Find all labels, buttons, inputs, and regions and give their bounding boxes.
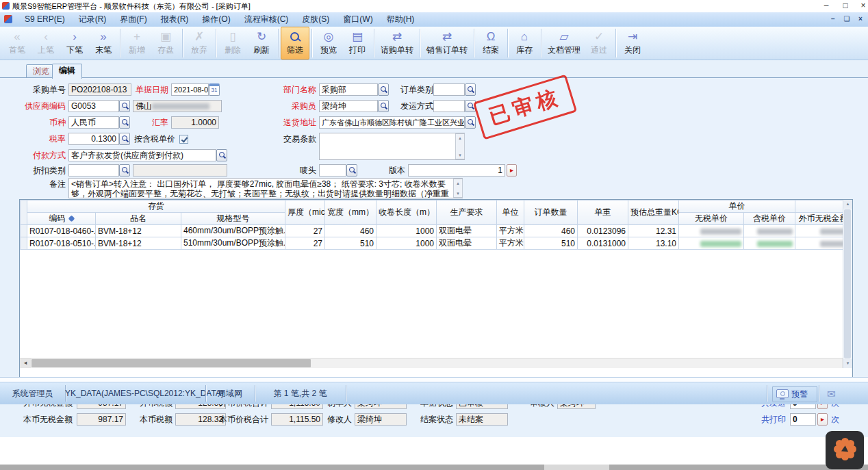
cell-spec[interactable]: 510mm/30um/BOPP预涂触... (181, 237, 285, 250)
cell-width[interactable]: 460 (325, 225, 376, 237)
currency-lookup-button[interactable] (119, 116, 130, 129)
cell-width[interactable]: 510 (325, 237, 376, 250)
cell-price-incl[interactable] (744, 237, 795, 250)
envelope-icon[interactable]: ✉ (827, 388, 836, 400)
currency-field[interactable]: 人民币 (68, 116, 119, 129)
cell-eweight[interactable]: 13.10 (628, 237, 679, 250)
menu-item-1[interactable]: 记录(R) (72, 12, 114, 27)
cell-uweight[interactable]: 0.0123096 (578, 225, 628, 237)
cell-thickness[interactable]: 27 (285, 237, 325, 250)
buyer-lookup-button[interactable] (378, 100, 389, 112)
close-button[interactable]: × (856, 0, 868, 12)
vertical-scroll-thumb[interactable] (844, 209, 851, 358)
tax-included-checkbox[interactable] (179, 135, 188, 144)
scroll-down-icon[interactable]: ▾ (843, 359, 852, 368)
cell-code[interactable]: R0107-018-0460-... (27, 225, 96, 237)
version-spin-button[interactable]: ▸ (507, 164, 517, 177)
toolbar-button-next[interactable]: ›下笔 (60, 27, 89, 60)
toolbar-button-close[interactable]: ⇥关闭 (618, 27, 647, 60)
cell-length[interactable]: 1000 (376, 225, 437, 237)
ship-method-field[interactable] (433, 100, 465, 112)
cell-qty[interactable]: 510 (524, 237, 578, 250)
toolbar-button-filter[interactable]: 筛选 (281, 27, 309, 60)
horizontal-scrollbar[interactable]: ◂ ▸ (20, 358, 853, 368)
trade-terms-field[interactable] (319, 133, 465, 160)
mdi-restore-button[interactable]: ❏ (841, 14, 853, 24)
menu-item-6[interactable]: 皮肤(S) (295, 12, 336, 27)
minimize-button[interactable]: – (819, 0, 834, 12)
scroll-up-icon[interactable]: ▴ (456, 135, 464, 141)
cell-prod[interactable]: 双面电晕 (437, 237, 497, 250)
scroll-up-icon[interactable]: ▴ (843, 200, 852, 209)
toolbar-button-transfer-purchase-request[interactable]: ⇄请购单转 (376, 27, 418, 60)
shipping-mark-field[interactable] (319, 164, 346, 177)
cell-price-excl[interactable] (679, 237, 744, 250)
row-indicator[interactable] (21, 237, 27, 250)
supplier-code-field[interactable]: G0053 (68, 100, 119, 112)
print-count-spin-button[interactable]: ▸ (817, 413, 828, 426)
cell-thickness[interactable]: 27 (285, 225, 325, 237)
toolbar-button-refresh[interactable]: ↻刷新 (247, 27, 276, 60)
cell-spec[interactable]: 460mm/30um/BOPP预涂触... (181, 225, 285, 237)
cell-name[interactable]: BVM-18+12 (96, 225, 181, 237)
mdi-minimize-button[interactable]: − (827, 14, 839, 24)
maximize-button[interactable]: □ (838, 0, 853, 12)
menu-item-8[interactable]: 帮助(H) (380, 12, 422, 27)
department-lookup-button[interactable] (378, 83, 389, 96)
toolbar-button-transfer-sales-order[interactable]: ⇄销售订单转 (422, 27, 472, 60)
cell-uweight[interactable]: 0.0131000 (578, 237, 628, 250)
discount-type-field[interactable] (68, 164, 119, 177)
cell-unit[interactable]: 平方米 (497, 225, 524, 237)
tax-rate-lookup-button[interactable] (119, 133, 130, 145)
order-type-lookup-button[interactable] (465, 83, 476, 96)
remark-scrollbar[interactable]: ▴▾ (453, 179, 463, 198)
horizontal-scroll-thumb[interactable] (31, 359, 311, 367)
payment-method-lookup-button[interactable] (216, 149, 227, 161)
screen-recorder-overlay-icon[interactable] (826, 431, 864, 469)
toolbar-button-document-management[interactable]: ▱文档管理 (544, 27, 585, 60)
cell-code[interactable]: R0107-018-0510-... (27, 237, 96, 250)
supplier-lookup-button[interactable] (119, 100, 130, 112)
tab-edit[interactable]: 编辑 (52, 64, 82, 79)
cell-price-excl[interactable] (679, 225, 744, 237)
cell-length[interactable]: 1000 (376, 237, 437, 250)
version-field[interactable]: 1 (408, 164, 505, 177)
toolbar-button-print[interactable]: ▤打印 (343, 27, 372, 60)
print-count-value[interactable]: 0 (790, 413, 816, 426)
row-indicator[interactable] (21, 225, 27, 237)
payment-method-field[interactable]: 客户齐款发货(供应商货到付款) (68, 149, 216, 161)
menu-item-2[interactable]: 界面(F) (113, 12, 153, 27)
shipping-mark-lookup-button[interactable] (346, 164, 357, 177)
cell-unit[interactable]: 平方米 (497, 237, 524, 250)
menu-item-4[interactable]: 操作(O) (195, 12, 237, 27)
toolbar-button-close-case[interactable]: Ω结案 (476, 27, 505, 60)
delivery-address-field[interactable]: 广东省佛山市顺德区陈村镇广隆工业区兴业八路9号之一 (319, 116, 465, 129)
order-type-field[interactable] (433, 83, 465, 96)
scroll-down-icon[interactable]: ▾ (456, 152, 464, 158)
department-field[interactable]: 采购部 (319, 83, 378, 96)
calendar-icon[interactable]: 31 (209, 83, 220, 96)
doc-date-field[interactable]: 2021-08-04 (171, 83, 209, 96)
alert-button[interactable]: 预警 (772, 386, 817, 402)
toolbar-button-last[interactable]: »末笔 (89, 27, 118, 60)
tax-rate-field[interactable]: 0.1300 (68, 133, 119, 145)
remark-field[interactable]: <销售订单>转入注意： 出口国外订单， 厚度要够27mic, 胶面电晕值≥38；… (68, 178, 463, 198)
scroll-up-icon[interactable]: ▴ (454, 180, 462, 186)
scroll-down-icon[interactable]: ▾ (454, 190, 462, 196)
toolbar-button-preview[interactable]: ◎预览 (314, 27, 343, 60)
menu-item-5[interactable]: 流程审核(C) (238, 12, 296, 27)
scroll-left-icon[interactable]: ◂ (20, 358, 31, 368)
trade-terms-scrollbar[interactable]: ▴▾ (455, 133, 465, 159)
menu-item-7[interactable]: 窗口(W) (336, 12, 379, 27)
cell-qty[interactable]: 460 (524, 225, 578, 237)
cell-prod[interactable]: 双面电晕 (437, 225, 497, 237)
vertical-scrollbar[interactable]: ▴ ▾ (843, 200, 852, 368)
delivery-address-lookup-button[interactable] (465, 116, 476, 129)
cell-eweight[interactable]: 12.31 (628, 225, 679, 237)
mdi-close-button[interactable]: × (854, 14, 867, 24)
cell-price-incl[interactable] (744, 225, 795, 237)
discount-type-lookup-button[interactable] (119, 164, 130, 177)
menu-item-0[interactable]: S9 ERP(E) (18, 12, 72, 27)
cell-name[interactable]: BVM-18+12 (96, 237, 181, 250)
buyer-field[interactable]: 梁绮坤 (319, 100, 378, 112)
